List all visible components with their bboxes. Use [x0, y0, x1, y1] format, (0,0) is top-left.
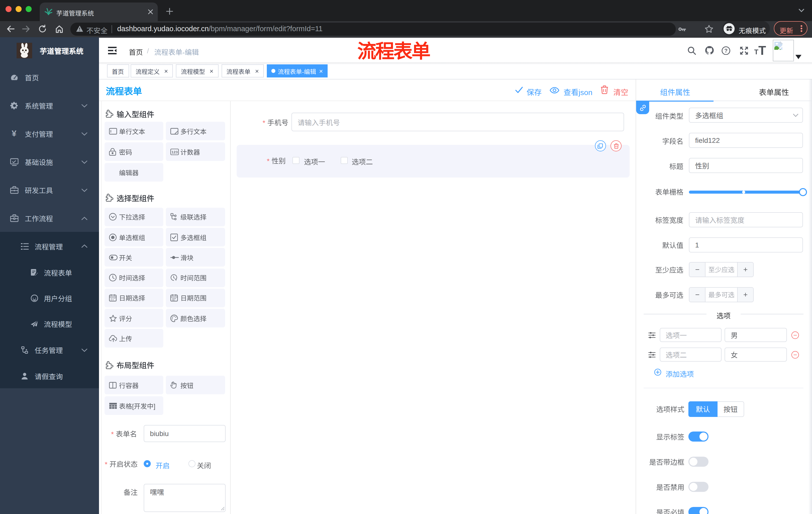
svg-text:?: ? — [724, 48, 728, 54]
svg-text:123: 123 — [172, 150, 178, 154]
